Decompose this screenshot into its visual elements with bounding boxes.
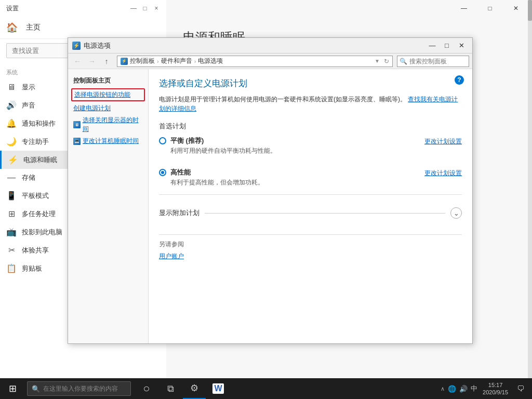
start-button[interactable]: ⊞ <box>0 378 25 399</box>
cp-plan-balanced: 平衡 (推荐) 利用可用的硬件自动平衡功耗与性能。 更改计划设置 <box>159 136 462 155</box>
settings-nav: 🏠 主页 <box>0 17 166 39</box>
power-label: 电源和睡眠 <box>23 155 57 165</box>
cp-address-part3: 电源选项 <box>198 57 223 65</box>
notifications-icon: 🔔 <box>6 118 17 128</box>
taskbar-clock[interactable]: 15:17 2020/9/15 <box>480 381 511 396</box>
cp-expand-btn[interactable]: ⌄ <box>450 207 462 219</box>
storage-label: 存储 <box>22 173 35 182</box>
taskbar-notification-btn[interactable]: 🗨 <box>513 378 528 399</box>
cp-description-text: 电源计划是用于管理计算机如何使用电源的一套硬件和系统设置(如显示器亮度、睡眠等)… <box>159 96 406 103</box>
tray-volume-icon[interactable]: 🔊 <box>459 385 468 393</box>
cp-forward-btn[interactable]: → <box>86 56 98 67</box>
start-icon: ⊞ <box>9 383 17 394</box>
cp-minimize-btn[interactable]: — <box>425 41 439 51</box>
cp-title: 电源选项 <box>84 41 111 50</box>
minimize-btn[interactable]: — <box>452 0 476 17</box>
maximize-btn[interactable]: □ <box>478 0 502 17</box>
multitask-icon: ⊞ <box>6 209 17 219</box>
home-icon[interactable]: 🏠 <box>6 22 18 33</box>
cp-titlebar: ⚡ 电源选项 — □ ✕ <box>68 38 472 54</box>
taskbar: ⊞ 🔍 在这里输入你要搜索的内容 ○ ⧉ ⚙ W ∧ 🌐 🔊 中 15:17 2… <box>0 378 532 399</box>
settings-main-titlebar: — □ ✕ <box>166 0 532 17</box>
settings-maximize-btn[interactable]: □ <box>141 5 149 12</box>
cp-radio-high-performance[interactable] <box>159 169 166 176</box>
focus-label: 专注助手 <box>22 137 49 147</box>
taskbar-app-search[interactable]: ○ <box>135 378 158 399</box>
tray-lang-icon[interactable]: 中 <box>471 384 477 393</box>
cp-sidebar-create-plan-link[interactable]: 创建电源计划 <box>68 102 148 114</box>
multitask-label: 多任务处理 <box>22 209 56 219</box>
cp-address-dropdown-icon[interactable]: ▼ <box>375 58 380 64</box>
cp-plan-high-name: 高性能 <box>170 168 264 177</box>
settings-window-controls: — □ × <box>130 5 160 12</box>
cp-sidebar-power-btn-link[interactable]: 选择电源按钮的功能 <box>71 88 145 101</box>
cp-address-refresh-btn[interactable]: ↻ <box>384 58 389 65</box>
tray-network-icon[interactable]: 🌐 <box>448 385 456 393</box>
cp-sep1: › <box>157 58 159 64</box>
cp-up-btn[interactable]: ↑ <box>100 56 113 67</box>
taskbar-search-icon: 🔍 <box>32 385 40 393</box>
cp-plan-balanced-action[interactable]: 更改计划设置 <box>424 137 462 146</box>
sleep-time-label: 更改计算机睡眠时间 <box>83 137 139 145</box>
cp-maximize-btn[interactable]: □ <box>440 41 454 51</box>
cp-description: 电源计划是用于管理计算机如何使用电源的一套硬件和系统设置(如显示器亮度、睡眠等)… <box>159 95 462 113</box>
taskbar-apps: ○ ⧉ ⚙ W <box>133 378 436 399</box>
close-btn[interactable]: ✕ <box>504 0 528 17</box>
cp-plan-high-performance: 高性能 有利于提高性能，但会增加功耗。 更改计划设置 <box>159 168 462 187</box>
cp-sidebar-close-display-link[interactable]: 🖥 选择关闭显示器的时间 <box>68 114 148 135</box>
sleep-time-icon: 💻 <box>73 138 81 145</box>
settings-close-btn[interactable]: × <box>153 5 160 12</box>
settings-title: 设置 <box>6 4 19 13</box>
cp-close-btn[interactable]: ✕ <box>455 41 468 51</box>
display-label: 显示 <box>22 83 35 92</box>
cp-toolbar: ← → ↑ ⚡ 控制面板 › 硬件和声音 › 电源选项 ▼ ↻ 🔍 <box>68 54 472 69</box>
clock-date: 2020/9/15 <box>483 389 508 396</box>
power-icon: ⚡ <box>8 155 18 165</box>
project-label: 投影到此电脑 <box>22 228 62 237</box>
cp-icon: ⚡ <box>72 42 81 50</box>
sound-icon: 🔊 <box>6 100 17 110</box>
cp-body: 控制面板主页 选择电源按钮的功能 创建电源计划 🖥 选择关闭显示器的时间 💻 更… <box>68 69 472 343</box>
taskbar-right: ∧ 🌐 🔊 中 15:17 2020/9/15 🗨 <box>436 378 532 399</box>
cp-main-title: 选择或自定义电源计划 <box>159 77 462 89</box>
cp-sidebar-main-label: 控制面板主页 <box>68 74 148 87</box>
cp-see-also-title: 另请参阅 <box>159 240 462 249</box>
taskbar-app-taskview[interactable]: ⧉ <box>159 378 182 399</box>
cp-additional-line <box>205 213 445 214</box>
settings-scrollbar[interactable] <box>528 0 532 399</box>
cp-plan-high-left: 高性能 有利于提高性能，但会增加功耗。 <box>159 168 264 187</box>
cp-plan-high-action[interactable]: 更改计划设置 <box>424 169 462 178</box>
taskbar-search-box[interactable]: 🔍 在这里输入你要搜索的内容 <box>27 381 131 396</box>
storage-icon: — <box>6 173 17 182</box>
sound-label: 声音 <box>22 101 35 110</box>
tablet-label: 平板模式 <box>22 191 49 201</box>
cp-address-part2: 硬件和声音 <box>161 57 192 65</box>
cp-sidebar: 控制面板主页 选择电源按钮的功能 创建电源计划 🖥 选择关闭显示器的时间 💻 更… <box>68 69 149 343</box>
settings-titlebar: 设置 — □ × <box>0 0 166 17</box>
taskbar-app-settings[interactable]: ⚙ <box>183 378 206 399</box>
share-label: 体验共享 <box>22 246 49 255</box>
tablet-icon: 📱 <box>6 191 17 201</box>
cp-search-input[interactable] <box>409 58 467 65</box>
cp-plan-balanced-info: 平衡 (推荐) 利用可用的硬件自动平衡功耗与性能。 <box>170 136 276 155</box>
taskview-icon: ⧉ <box>167 383 174 394</box>
cp-radio-balanced[interactable] <box>159 137 166 144</box>
help-icon[interactable]: ? <box>455 75 464 85</box>
home-label[interactable]: 主页 <box>22 21 45 34</box>
cp-sidebar-sleep-time-link[interactable]: 💻 更改计算机睡眠时间 <box>68 135 148 147</box>
notification-icon: 🗨 <box>517 384 524 393</box>
search-circle-icon: ○ <box>143 382 150 395</box>
tray-up-arrow-icon[interactable]: ∧ <box>441 385 445 392</box>
share-icon: ✂ <box>6 245 17 255</box>
scrollbar-thumb[interactable] <box>528 0 532 21</box>
cp-search-icon: 🔍 <box>400 58 407 65</box>
notifications-label: 通知和操作 <box>22 119 56 128</box>
settings-minimize-btn[interactable]: — <box>130 5 137 12</box>
cp-address-bar[interactable]: ⚡ 控制面板 › 硬件和声音 › 电源选项 ▼ ↻ <box>117 56 393 67</box>
cp-search-box: 🔍 <box>397 56 469 67</box>
cp-see-also-link-user[interactable]: 用户账户 <box>159 252 184 260</box>
taskbar-search-text: 在这里输入你要搜索的内容 <box>43 384 118 393</box>
taskbar-app-word[interactable]: W <box>207 378 230 399</box>
close-display-icon: 🖥 <box>73 121 81 128</box>
cp-back-btn[interactable]: ← <box>71 56 84 67</box>
